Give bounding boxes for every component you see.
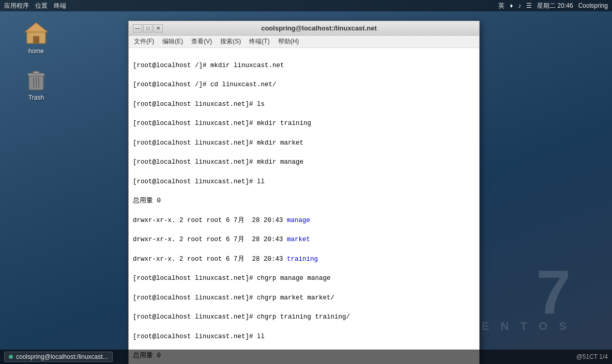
term-line: [root@localhost /]# cd linuxcast.net/ xyxy=(133,80,475,90)
term-line: [root@localhost linuxcast.net]# ls xyxy=(133,100,475,109)
term-line: [root@localhost linuxcast.net]# chgrp tr… xyxy=(133,312,475,322)
menu-help[interactable]: 帮助(H) xyxy=(275,36,302,47)
terminal-body[interactable]: [root@localhost /]# mkdir linuxcast.net … xyxy=(129,48,479,364)
svg-rect-2 xyxy=(33,36,39,43)
menu-terminal[interactable]: 终端(T) xyxy=(246,36,272,47)
minimize-button[interactable]: — xyxy=(133,24,142,33)
term-line: drwxr-xr-x. 2 root root 6 7月 28 20:43 tr… xyxy=(133,255,475,264)
lang-indicator: 英 xyxy=(498,2,504,10)
svg-rect-5 xyxy=(33,71,39,74)
taskbar-top-left: 应用程序 位置 终端 xyxy=(4,2,66,10)
trash-label: Trash xyxy=(28,94,44,101)
power-icon: ☰ xyxy=(526,2,532,9)
window-dot xyxy=(9,355,13,359)
term-line: [root@localhost linuxcast.net]# chgrp ma… xyxy=(133,274,475,283)
desktop-icon-trash[interactable]: Trash xyxy=(16,67,57,101)
terminal-window: — □ ✕ coolspring@localhost:/linuxcast.ne… xyxy=(128,21,480,364)
term-line: 总用量 0 xyxy=(133,196,475,206)
term-line: drwxr-xr-x. 2 root root 6 7月 28 20:43 ma… xyxy=(133,235,475,245)
taskbar-top: 应用程序 位置 终端 英 ♦ ♪ ☰ 星期二 20:46 Coolspring xyxy=(0,0,612,11)
svg-marker-1 xyxy=(25,23,48,32)
volume-icon: ♦ xyxy=(510,2,513,9)
trash-icon xyxy=(24,67,49,92)
terminal-menubar: 文件(F) 编辑(E) 查看(V) 搜索(S) 终端(T) 帮助(H) xyxy=(129,36,479,48)
menu-file[interactable]: 文件(F) xyxy=(131,36,157,47)
term-line: [root@localhost linuxcast.net]# mkdir tr… xyxy=(133,119,475,129)
terminal-title: coolspring@localhost:/linuxcast.net xyxy=(163,24,475,32)
terminal-controls: — □ ✕ xyxy=(133,24,163,33)
menu-search[interactable]: 搜索(S) xyxy=(217,36,244,47)
home-label: home xyxy=(28,48,44,55)
term-line: [root@localhost linuxcast.net]# ll xyxy=(133,177,475,187)
menu-terminal[interactable]: 终端 xyxy=(54,2,66,10)
terminal-titlebar: — □ ✕ coolspring@localhost:/linuxcast.ne… xyxy=(129,21,479,36)
term-line: [root@localhost linuxcast.net]# mkdir ma… xyxy=(133,157,475,167)
user-name: Coolspring xyxy=(578,2,608,9)
close-button[interactable]: ✕ xyxy=(154,24,163,33)
menu-edit[interactable]: 编辑(E) xyxy=(159,36,186,47)
taskbar-bottom-right: @51CT 1/4 xyxy=(576,353,608,360)
term-line: [root@localhost linuxcast.net]# mkdir ma… xyxy=(133,138,475,148)
taskbar-window-item[interactable]: coolspring@localhost:/linuxcast... xyxy=(4,352,113,362)
menu-view[interactable]: 查看(V) xyxy=(188,36,215,47)
desktop-icon-home[interactable]: home xyxy=(16,21,57,55)
taskbar-bottom: coolspring@localhost:/linuxcast... @51CT… xyxy=(0,350,612,364)
network-icon: ♪ xyxy=(518,2,521,9)
workspace-indicator: @51CT 1/4 xyxy=(576,353,608,360)
term-line: [root@localhost linuxcast.net]# ll xyxy=(133,332,475,342)
term-line: [root@localhost linuxcast.net]# chgrp ma… xyxy=(133,293,475,303)
term-line: [root@localhost /]# mkdir linuxcast.net xyxy=(133,61,475,71)
clock: 星期二 20:46 xyxy=(537,2,573,10)
menu-places[interactable]: 位置 xyxy=(35,2,48,10)
centos-number: 7 xyxy=(536,261,571,323)
term-line: drwxr-xr-x. 2 root root 6 7月 28 20:43 ma… xyxy=(133,216,475,226)
menu-applications[interactable]: 应用程序 xyxy=(4,2,29,10)
taskbar-window-label: coolspring@localhost:/linuxcast... xyxy=(16,353,108,360)
maximize-button[interactable]: □ xyxy=(143,24,152,33)
taskbar-top-right: 英 ♦ ♪ ☰ 星期二 20:46 Coolspring xyxy=(498,2,608,10)
home-icon xyxy=(24,21,49,45)
